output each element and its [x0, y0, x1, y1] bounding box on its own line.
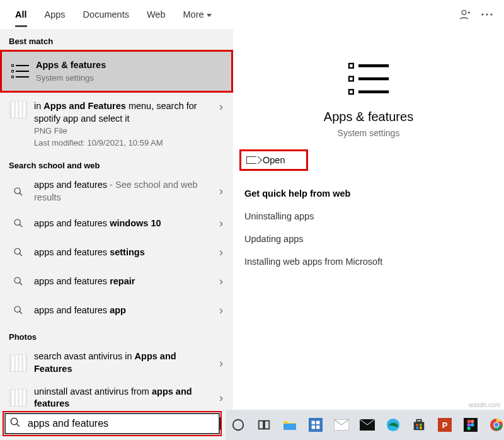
quick-help-link-2[interactable]: Installing web apps from Microsoft [239, 250, 498, 273]
photo-result-0[interactable]: search avast antivirus in Apps and Featu… [0, 345, 233, 380]
web-result-0[interactable]: apps and features - See school and web r… [0, 174, 233, 209]
svg-point-6 [14, 219, 20, 225]
section-school-web: Search school and web [0, 153, 233, 174]
mail-white-icon[interactable] [334, 417, 350, 433]
svg-line-13 [20, 311, 22, 314]
open-button[interactable]: Open [239, 149, 308, 171]
file-result-modified: Last modified: 10/9/2021, 10:59 AM [34, 137, 215, 149]
search-scope-tabs: All Apps Documents Web More [0, 0, 504, 29]
svg-rect-29 [416, 424, 418, 426]
svg-point-43 [494, 423, 498, 427]
tab-more[interactable]: More [175, 1, 220, 27]
svg-rect-21 [316, 421, 320, 425]
png-thumbnail-icon [9, 388, 28, 407]
svg-text:P: P [442, 420, 447, 430]
section-photos: Photos [0, 325, 233, 345]
chevron-right-icon[interactable]: › [215, 391, 227, 405]
search-input[interactable] [26, 417, 220, 430]
svg-point-38 [467, 423, 471, 427]
svg-point-10 [14, 277, 20, 283]
svg-rect-32 [420, 427, 422, 429]
apps-features-icon [11, 62, 30, 81]
photo-result-text: search avast antivirus in Apps and Featu… [34, 350, 215, 375]
svg-point-1 [481, 13, 483, 15]
edge-icon[interactable] [385, 417, 401, 433]
feedback-icon[interactable] [455, 4, 476, 25]
quick-help-link-0[interactable]: Uninstalling apps [239, 205, 498, 228]
tab-web[interactable]: Web [138, 1, 175, 27]
mail-black-icon[interactable] [360, 417, 375, 433]
svg-point-39 [471, 423, 474, 427]
web-result-text: apps and features windows 10 [34, 217, 215, 230]
best-match-subtitle: System settings [36, 72, 225, 84]
chevron-right-icon[interactable]: › [215, 357, 227, 370]
preview-subtitle: System settings [239, 128, 498, 138]
svg-point-8 [14, 248, 20, 254]
web-result-text: apps and features app [34, 304, 215, 317]
file-result-type: PNG File [34, 125, 215, 137]
web-result-4[interactable]: apps and features app › [0, 296, 233, 325]
svg-point-16 [233, 420, 244, 431]
task-view-icon[interactable] [256, 417, 272, 433]
watermark: wsxdn.com [469, 402, 500, 408]
web-result-3[interactable]: apps and features repair › [0, 267, 233, 296]
chevron-down-icon [207, 14, 212, 17]
best-match-title: Apps & features [36, 59, 225, 72]
tab-apps[interactable]: Apps [36, 1, 74, 27]
svg-rect-23 [316, 426, 320, 429]
png-thumbnail-icon [9, 354, 28, 373]
web-result-1[interactable]: apps and features windows 10 › [0, 209, 233, 238]
svg-rect-31 [416, 427, 418, 429]
svg-rect-22 [312, 426, 316, 429]
preview-panel: Apps & features System settings Open Get… [233, 29, 504, 440]
photo-result-1[interactable]: uninstall avast antivirus from apps and … [0, 381, 233, 415]
open-label: Open [263, 155, 285, 165]
file-result[interactable]: in Apps and Features menu, search for sp… [0, 93, 233, 153]
chevron-right-icon[interactable]: › [215, 304, 227, 317]
search-icon [4, 417, 26, 431]
preview-title: Apps & features [239, 110, 498, 124]
web-result-2[interactable]: apps and features settings › [0, 238, 233, 267]
results-panel: Best match Apps & features System settin… [0, 29, 233, 440]
svg-point-40 [467, 427, 471, 431]
svg-rect-20 [312, 421, 316, 425]
more-options-icon[interactable] [476, 4, 498, 25]
tab-all[interactable]: All [6, 1, 36, 27]
svg-rect-17 [259, 421, 263, 429]
chevron-right-icon[interactable]: › [215, 185, 227, 198]
svg-rect-19 [309, 418, 323, 432]
web-result-text: apps and features - See school and web r… [34, 179, 215, 204]
search-icon [9, 243, 28, 262]
store-tile-icon[interactable] [308, 417, 324, 433]
svg-line-9 [20, 253, 22, 256]
ms-store-icon[interactable] [411, 417, 427, 433]
chevron-right-icon[interactable]: › [215, 275, 227, 288]
quick-help-header: Get quick help from web [239, 171, 498, 205]
figma-icon[interactable] [462, 417, 478, 433]
search-icon [9, 182, 28, 201]
photo-result-text: uninstall avast antivirus from apps and … [34, 386, 215, 410]
search-box[interactable] [3, 411, 222, 436]
search-icon [9, 301, 28, 320]
svg-rect-30 [420, 424, 422, 426]
search-icon [9, 272, 28, 291]
png-thumbnail-icon [9, 100, 28, 119]
file-explorer-icon[interactable] [282, 417, 298, 433]
tab-documents[interactable]: Documents [74, 1, 138, 27]
svg-rect-18 [265, 421, 269, 429]
preview-apps-features-icon [340, 57, 397, 101]
quick-help-link-1[interactable]: Updating apps [239, 228, 498, 250]
svg-point-14 [11, 418, 18, 425]
chevron-right-icon[interactable]: › [215, 246, 227, 259]
svg-point-4 [14, 188, 20, 194]
chevron-right-icon[interactable]: › [215, 217, 227, 230]
chrome-icon[interactable] [488, 417, 504, 433]
powerpoint-icon[interactable]: P [437, 417, 452, 433]
svg-point-0 [462, 10, 466, 14]
chevron-right-icon[interactable]: › [215, 100, 227, 113]
web-result-text: apps and features settings [34, 246, 215, 259]
cortana-icon[interactable] [231, 417, 246, 433]
search-icon [9, 214, 28, 233]
svg-point-12 [14, 306, 20, 312]
best-match-result[interactable]: Apps & features System settings [0, 50, 233, 93]
